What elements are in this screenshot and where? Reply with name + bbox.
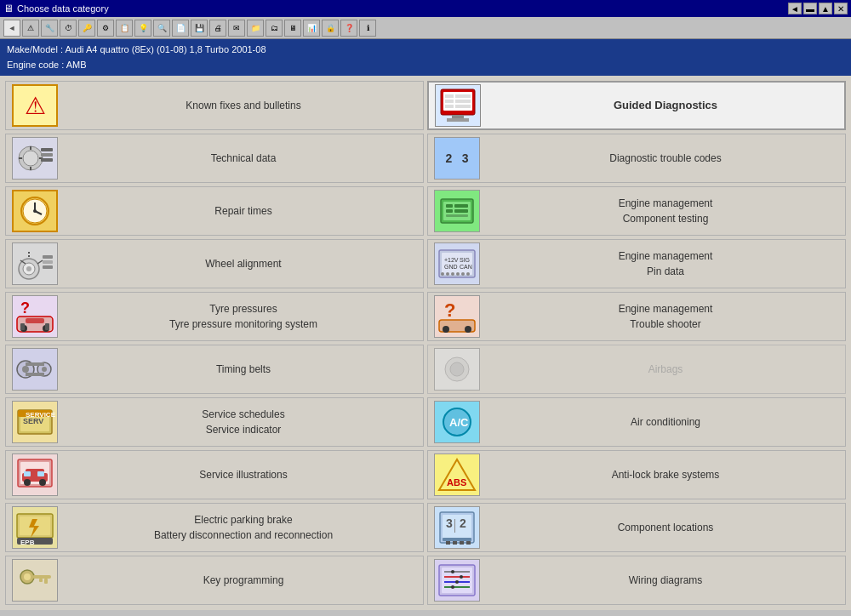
toolbar-btn-4[interactable]: ⏱	[60, 20, 77, 37]
key-programming-label: Key programming	[64, 569, 423, 591]
technical-data-cell[interactable]: Technical data	[5, 134, 424, 183]
toolbar-btn-20[interactable]: ℹ	[359, 20, 376, 37]
engine-trouble-cell[interactable]: ? Engine managementTrouble shooter	[427, 292, 846, 341]
service-illustrations-icon-area	[6, 451, 64, 499]
toolbar-btn-16[interactable]: 🖥	[284, 20, 301, 37]
svg-rect-66	[26, 373, 44, 376]
air-conditioning-label: Air conditioning	[486, 411, 845, 433]
guided-diagnostics-icon-area	[429, 83, 487, 128]
svg-text:+12V: +12V	[444, 257, 459, 263]
key-programming-icon-area	[6, 556, 64, 604]
electric-parking-icon-area: EPB	[6, 504, 64, 551]
toolbar-btn-7[interactable]: 📋	[116, 20, 133, 37]
technical-data-icon	[12, 137, 58, 180]
toolbar: ◄ ⚠ 🔧 ⏱ 🔑 ⚙ 📋 💡 🔍 📄 💾 🖨 ✉ 📁 🗂 🖥 📊 🔒 ❓ ℹ	[0, 17, 851, 39]
minimize-button[interactable]: ▬	[803, 3, 817, 14]
service-schedules-icon: SERV SERVICE	[12, 401, 58, 443]
toolbar-btn-6[interactable]: ⚙	[97, 20, 114, 37]
toolbar-btn-5[interactable]: 🔑	[78, 20, 95, 37]
toolbar-btn-14[interactable]: 📁	[247, 20, 264, 37]
wheel-alignment-label: Wheel alignment	[64, 253, 423, 275]
back-button[interactable]: ◄	[788, 3, 802, 14]
svg-rect-101	[460, 541, 464, 545]
svg-text:SIG: SIG	[460, 257, 470, 263]
svg-point-83	[39, 479, 46, 486]
airbags-label: Airbags	[486, 358, 845, 380]
timing-belts-cell[interactable]: Timing belts	[5, 345, 424, 394]
known-fixes-label: Known fixes and bulletins	[64, 94, 423, 117]
svg-line-36	[37, 260, 43, 264]
tyre-pressures-label: Tyre pressuresTyre pressure monitoring s…	[64, 298, 423, 335]
svg-text:SERVICE: SERVICE	[26, 411, 56, 419]
svg-point-46	[441, 272, 444, 276]
toolbar-btn-1[interactable]: ◄	[3, 20, 20, 37]
airbags-cell[interactable]: Airbags	[427, 345, 846, 394]
toolbar-btn-12[interactable]: 🖨	[209, 20, 226, 37]
tyre-pressures-icon: ?	[12, 295, 58, 338]
svg-text:?: ?	[444, 299, 455, 321]
wheel-alignment-cell[interactable]: Wheel alignment	[5, 239, 424, 288]
maximize-button[interactable]: ▲	[819, 3, 832, 14]
service-schedules-icon-area: SERV SERVICE	[6, 398, 64, 446]
svg-rect-28	[446, 209, 453, 213]
service-schedules-cell[interactable]: SERV SERVICE Service schedulesService in…	[5, 397, 424, 447]
window-controls[interactable]: ◄ ▬ ▲ ✕	[788, 3, 848, 14]
engine-code: Engine code : AMB	[7, 58, 844, 73]
engine-pin-cell[interactable]: +12V GND SIG CAN Engine managementPin da…	[427, 239, 846, 288]
toolbar-btn-3[interactable]: 🔧	[41, 20, 58, 37]
abs-cell[interactable]: ABS Anti-lock brake systems	[427, 450, 846, 499]
service-illustrations-cell[interactable]: Service illustrations	[5, 450, 424, 499]
guided-diagnostics-cell[interactable]: Guided Diagnostics	[427, 81, 846, 130]
svg-point-82	[24, 479, 31, 486]
abs-icon-area: ABS	[428, 451, 486, 499]
toolbar-btn-18[interactable]: 🔒	[322, 20, 339, 37]
dtc-icon: 2 3	[434, 137, 480, 180]
svg-rect-27	[454, 204, 468, 208]
known-fixes-cell[interactable]: ⚠ Known fixes and bulletins	[5, 81, 424, 130]
component-locations-cell[interactable]: 3 2 Component locations	[427, 503, 846, 552]
engine-component-icon	[434, 190, 480, 232]
key-programming-cell[interactable]: Key programming	[5, 556, 424, 605]
wiring-diagrams-cell[interactable]: Wiring diagrams	[427, 556, 846, 605]
toolbar-btn-2[interactable]: ⚠	[22, 20, 39, 37]
toolbar-btn-9[interactable]: 🔍	[153, 20, 170, 37]
svg-rect-8	[452, 115, 464, 118]
guided-diagnostics-icon	[435, 84, 481, 127]
svg-rect-9	[447, 118, 469, 122]
svg-rect-100	[453, 541, 457, 545]
toolbar-btn-10[interactable]: 📄	[172, 20, 189, 37]
engine-component-cell[interactable]: Engine managementComponent testing	[427, 186, 846, 236]
repair-times-icon-area	[6, 187, 64, 235]
wiring-diagrams-icon	[434, 559, 480, 602]
svg-text:EPB: EPB	[20, 539, 35, 546]
svg-point-115	[460, 575, 463, 579]
toolbar-btn-19[interactable]: ❓	[340, 20, 357, 37]
svg-rect-37	[43, 255, 53, 259]
service-illustrations-icon	[12, 453, 58, 496]
tyre-pressures-cell[interactable]: ? Tyre pressuresTyre pressure monitoring…	[5, 292, 424, 341]
air-conditioning-cell[interactable]: A/C Air conditioning	[427, 397, 846, 447]
svg-rect-58	[45, 323, 49, 330]
svg-text:ABS: ABS	[447, 477, 466, 488]
close-button[interactable]: ✕	[834, 3, 848, 14]
toolbar-btn-15[interactable]: 🗂	[266, 20, 283, 37]
svg-point-114	[451, 570, 454, 573]
svg-rect-107	[39, 579, 43, 582]
svg-rect-98	[443, 538, 471, 541]
repair-times-cell[interactable]: Repair times	[5, 186, 424, 236]
electric-parking-cell[interactable]: EPB Electric parking brakeBattery discon…	[5, 503, 424, 552]
svg-text:2: 2	[460, 516, 466, 530]
svg-point-117	[451, 585, 454, 589]
svg-rect-65	[26, 362, 44, 366]
air-conditioning-icon-area: A/C	[428, 398, 486, 446]
toolbar-btn-13[interactable]: ✉	[228, 20, 245, 37]
svg-rect-57	[20, 323, 25, 330]
svg-rect-39	[43, 265, 53, 269]
toolbar-btn-17[interactable]: 📊	[303, 20, 320, 37]
guided-diagnostics-label: Guided Diagnostics	[487, 94, 844, 117]
engine-pin-icon: +12V GND SIG CAN	[434, 242, 480, 285]
component-locations-label: Component locations	[486, 516, 845, 539]
toolbar-btn-8[interactable]: 💡	[134, 20, 151, 37]
dtc-cell[interactable]: 2 3 Diagnostic trouble codes	[427, 134, 846, 183]
toolbar-btn-11[interactable]: 💾	[191, 20, 208, 37]
